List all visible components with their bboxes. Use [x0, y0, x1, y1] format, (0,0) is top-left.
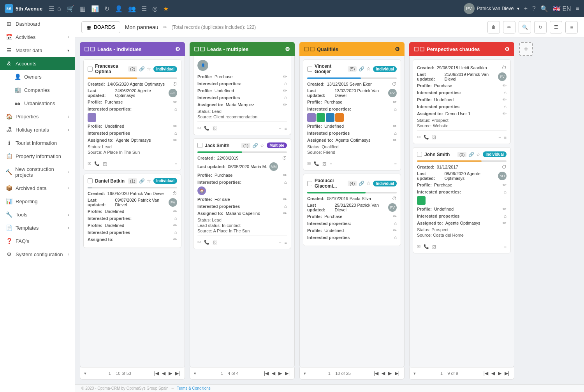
add-icon[interactable]: +	[524, 5, 528, 12]
sidebar-item-tools[interactable]: 🔧 Tools ›	[0, 208, 75, 221]
email-icon[interactable]: ✉	[88, 161, 91, 166]
search-icon[interactable]: 🔍	[540, 5, 548, 12]
email-js[interactable]: ✉	[417, 244, 420, 249]
refresh-board-button[interactable]: ↻	[534, 21, 547, 33]
col4-expand-icon[interactable]: ▾	[413, 371, 416, 376]
minus-pc[interactable]: −	[498, 135, 501, 140]
house-v2[interactable]: ⌂	[394, 130, 397, 136]
link-icon-j[interactable]: 🔗	[252, 143, 258, 148]
edit-pc2[interactable]: ✏	[503, 97, 507, 102]
edit-icon-p2[interactable]: ✏	[283, 88, 287, 93]
edit-icon3[interactable]: ✏	[173, 223, 177, 228]
link-icon[interactable]: 🔗	[139, 66, 145, 72]
add-column-button[interactable]: +	[519, 42, 533, 56]
house-v[interactable]: ⌂	[394, 106, 397, 112]
house-j[interactable]: ⌂	[284, 179, 287, 185]
user-icon[interactable]: 👤	[115, 5, 123, 12]
card-checkbox[interactable]	[88, 67, 93, 72]
sidebar-item-faqs[interactable]: ❓ FAQ's	[0, 234, 75, 248]
sidebar-item-holiday-rentals[interactable]: 🏖 Holiday rentals ›	[0, 123, 75, 136]
minus-icon-j[interactable]: −	[279, 240, 281, 245]
card-checkbox2[interactable]	[88, 178, 93, 183]
edit-assigned-p[interactable]: ✏	[283, 102, 287, 107]
user-dropdown-icon[interactable]: ▾	[517, 6, 519, 11]
col4-next-btn[interactable]: ▶	[497, 370, 502, 377]
sidebar-item-new-construction[interactable]: 🔨 New construction projects ›	[0, 163, 75, 181]
dots-icon-j[interactable]: ≡	[285, 240, 287, 245]
house-j2[interactable]: ⌂	[284, 204, 287, 209]
phone-icon-p[interactable]: 📞	[204, 126, 209, 131]
chart-icon[interactable]: 📊	[91, 5, 99, 12]
cart-icon[interactable]: 🛒	[67, 5, 74, 12]
email-icon-j[interactable]: ✉	[197, 240, 201, 245]
house-pc2[interactable]: ⌂	[504, 104, 507, 109]
table-icon[interactable]: ▦	[80, 5, 86, 12]
link-icon-v[interactable]: 🔗	[359, 66, 364, 72]
col2-prev-btn[interactable]: ◀	[271, 370, 276, 377]
col3-next-btn[interactable]: ▶	[387, 370, 392, 377]
sidebar-item-companies[interactable]: 🏢 Companies	[0, 83, 75, 97]
last-page-btn[interactable]: ▶|	[174, 370, 181, 377]
jack-checkbox[interactable]	[197, 143, 202, 148]
photo-icon-j[interactable]: 🖼	[213, 240, 217, 245]
edit-js[interactable]: ✏	[503, 182, 507, 188]
col2-expand-icon[interactable]: ▾	[194, 371, 196, 376]
edit-icon-p[interactable]: ✏	[283, 74, 287, 79]
link-icon-pa[interactable]: 🔗	[359, 181, 364, 186]
sidebar-item-dashboard[interactable]: ⊞ Dashboard	[0, 17, 75, 30]
sidebar-item-system-config[interactable]: ⚙ System configuration ›	[0, 248, 75, 261]
sidebar-item-archived-data[interactable]: 📦 Archived data ›	[0, 181, 75, 195]
edit-js2[interactable]: ✏	[503, 206, 507, 212]
help-icon[interactable]: ?	[532, 5, 536, 12]
sidebar-item-templates[interactable]: 📄 Templates ›	[0, 221, 75, 234]
house-pa[interactable]: ⌂	[394, 221, 397, 226]
edit-jack[interactable]: ✏	[283, 172, 287, 178]
email-icon-p[interactable]: ✉	[197, 126, 201, 131]
edit-v[interactable]: ✏	[393, 99, 397, 105]
next-page-btn[interactable]: ▶	[168, 370, 173, 377]
edit-pa2[interactable]: ✏	[393, 228, 397, 233]
edit-v2[interactable]: ✏	[393, 123, 397, 129]
photo-icon[interactable]: 🖼	[103, 162, 107, 166]
more-options-button[interactable]: ≡	[565, 21, 578, 33]
photo-icon-p[interactable]: 🖼	[213, 126, 217, 131]
sidebar-item-activities[interactable]: 📅 Activities ›	[0, 30, 75, 44]
home-icon[interactable]: ⌂	[57, 5, 61, 12]
star-icon-j[interactable]: ☆	[260, 143, 264, 148]
sidebar-item-reporting[interactable]: 📊 Reporting	[0, 195, 75, 208]
minus-icon[interactable]: −	[169, 162, 171, 166]
target-icon[interactable]: ◎	[152, 5, 158, 12]
col3-prev-btn[interactable]: ◀	[381, 370, 386, 377]
house-pc[interactable]: ⌂	[504, 90, 507, 95]
link-icon-js[interactable]: 🔗	[468, 152, 474, 157]
boards-button[interactable]: ▦ BOARDS	[81, 21, 120, 33]
col2-next-btn[interactable]: ▶	[278, 370, 283, 377]
email-v[interactable]: ✉	[307, 161, 311, 166]
edit-board-button[interactable]: ✏	[503, 21, 515, 33]
edit-v-assigned[interactable]: ✏	[393, 137, 397, 143]
minus-icon-p[interactable]: −	[279, 126, 281, 131]
col3-last-btn[interactable]: ▶|	[394, 370, 400, 377]
col-gear-icon[interactable]: ⚙	[175, 46, 180, 52]
house-js[interactable]: ⌂	[504, 189, 507, 195]
house-icon[interactable]: ⌂	[174, 106, 177, 112]
app-logo[interactable]: 5A 5th Avenue	[5, 4, 42, 13]
paolucci-checkbox[interactable]	[307, 181, 312, 186]
col2-first-btn[interactable]: |◀	[263, 370, 269, 377]
dots-pc[interactable]: ≡	[504, 135, 507, 140]
photo-js[interactable]: 🖼	[432, 244, 436, 249]
link-icon2[interactable]: 🔗	[139, 178, 145, 184]
search-board-button[interactable]: 🔍	[519, 21, 531, 33]
sidebar-item-master-data[interactable]: ☰ Master data ▾	[0, 44, 75, 57]
board-title-edit-icon[interactable]: ✏	[163, 25, 167, 30]
prev-page-btn[interactable]: ◀	[161, 370, 166, 377]
refresh-icon[interactable]: ↻	[104, 5, 109, 12]
terms-link[interactable]: Terms & Conditions	[177, 386, 211, 390]
minus-v[interactable]: −	[389, 162, 391, 166]
house3-icon[interactable]: ⌂	[174, 230, 177, 235]
col3-expand-icon[interactable]: ▾	[304, 371, 306, 376]
star-card-icon[interactable]: ☆	[147, 66, 151, 72]
hamburger-icon[interactable]: ☰	[49, 5, 54, 12]
star-icon-v[interactable]: ☆	[366, 66, 371, 72]
sidebar-item-properties[interactable]: 🏠 Properties ›	[0, 110, 75, 123]
